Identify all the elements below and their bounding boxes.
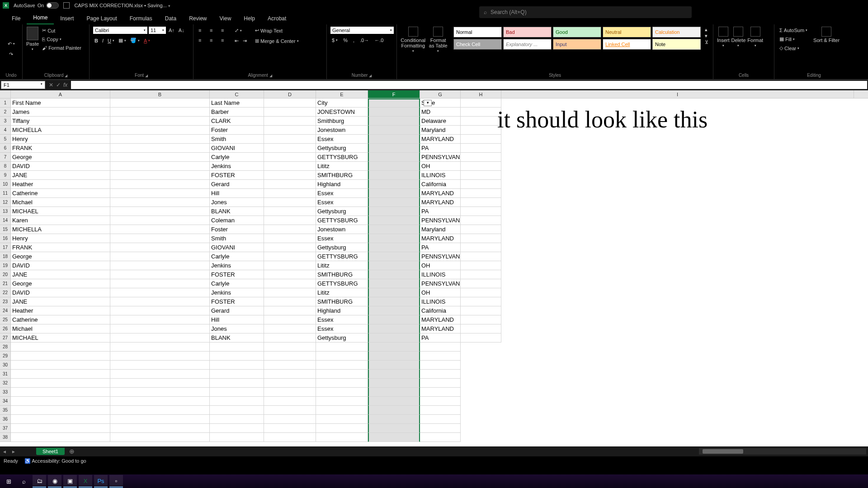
cell[interactable] <box>316 370 368 379</box>
cell[interactable]: PENNSYLVANIA <box>420 252 461 261</box>
cell[interactable] <box>461 352 501 361</box>
cell[interactable]: Gettysburg <box>316 207 368 216</box>
cell[interactable] <box>210 424 264 433</box>
delete-cells-button[interactable]: Delete▾ <box>731 27 746 47</box>
cell[interactable] <box>110 162 210 171</box>
align-bottom-button[interactable]: ≡ <box>220 27 230 34</box>
cell[interactable]: PENNSYLVANIA <box>420 216 461 225</box>
font-size-dropdown[interactable]: 11▾ <box>149 27 166 34</box>
cell[interactable] <box>264 117 316 126</box>
row-header[interactable]: 5 <box>0 135 11 144</box>
row-header[interactable]: 35 <box>0 406 11 415</box>
start-button[interactable]: ⊞ <box>2 475 15 488</box>
merge-center-button[interactable]: ⊞ Merge & Center ▾ <box>254 37 300 45</box>
cell[interactable]: JANE <box>11 270 110 279</box>
cell[interactable] <box>461 324 501 333</box>
cell[interactable] <box>110 108 210 117</box>
menu-tab-formulas[interactable]: Formulas <box>123 13 159 24</box>
taskbar-search-icon[interactable]: ⌕ <box>17 475 31 488</box>
row-header[interactable]: 1 <box>0 99 11 108</box>
cell[interactable]: Hill <box>210 189 264 198</box>
autosave-toggle[interactable]: AutoSave On <box>14 2 59 9</box>
cell[interactable] <box>420 343 461 352</box>
row-header[interactable]: 12 <box>0 198 11 207</box>
alignment-expand-icon[interactable]: ◢ <box>269 74 272 78</box>
cell[interactable]: DAVID <box>11 162 110 171</box>
cell[interactable] <box>110 270 210 279</box>
cell[interactable] <box>420 361 461 370</box>
cell[interactable] <box>368 162 420 171</box>
cell[interactable] <box>501 306 854 315</box>
cell[interactable]: Tiffany <box>11 117 110 126</box>
cell[interactable] <box>264 333 316 343</box>
cell[interactable] <box>368 126 420 135</box>
cell[interactable] <box>210 397 264 406</box>
cell[interactable]: DAVID <box>11 288 110 297</box>
align-left-button[interactable]: ≡ <box>197 37 207 44</box>
cell[interactable]: Essex <box>316 198 368 207</box>
cell[interactable]: George <box>11 252 110 261</box>
cell[interactable] <box>368 189 420 198</box>
cell[interactable]: Lititz <box>316 288 368 297</box>
cell[interactable] <box>316 406 368 415</box>
add-sheet-button[interactable]: ⊕ <box>69 448 75 455</box>
cell[interactable] <box>501 171 854 180</box>
cell[interactable]: Coleman <box>210 216 264 225</box>
insert-cells-button[interactable]: Insert▾ <box>717 27 730 47</box>
cell[interactable] <box>461 424 501 433</box>
cell[interactable] <box>368 243 420 252</box>
cell[interactable]: Last Name <box>210 99 264 108</box>
menu-tab-help[interactable]: Help <box>237 13 261 24</box>
cell[interactable] <box>110 252 210 261</box>
cell-style-good[interactable]: Good <box>553 27 601 38</box>
cell[interactable] <box>110 406 210 415</box>
conditional-formatting-button[interactable]: Conditional Formatting▾ <box>401 27 425 53</box>
cell-style-neutral[interactable]: Neutral <box>603 27 651 38</box>
cell[interactable] <box>368 352 420 361</box>
row-header[interactable]: 7 <box>0 153 11 162</box>
cell[interactable] <box>110 288 210 297</box>
cell[interactable]: Gettysburg <box>316 333 368 343</box>
cell[interactable] <box>264 315 316 324</box>
cell[interactable] <box>368 135 420 144</box>
cell-style-normal[interactable]: Normal <box>453 27 502 38</box>
cell[interactable]: Michael <box>11 198 110 207</box>
cell[interactable] <box>110 370 210 379</box>
cell[interactable]: OH <box>420 288 461 297</box>
cell[interactable] <box>501 234 854 243</box>
cell[interactable]: JANE <box>11 297 110 306</box>
cell[interactable] <box>11 415 110 424</box>
row-header[interactable]: 2 <box>0 108 11 117</box>
cell[interactable] <box>110 171 210 180</box>
row-header[interactable]: 10 <box>0 180 11 189</box>
row-header[interactable]: 37 <box>0 424 11 433</box>
cell[interactable]: MARYLAND <box>420 234 461 243</box>
fill-color-button[interactable]: 🪣▾ <box>129 37 141 44</box>
cell[interactable] <box>368 333 420 343</box>
cell[interactable] <box>461 252 501 261</box>
cell[interactable] <box>264 108 316 117</box>
cell[interactable] <box>264 261 316 270</box>
font-name-dropdown[interactable]: Calibri▾ <box>93 27 147 34</box>
cell-style-linked-cell[interactable]: Linked Cell <box>603 39 651 50</box>
cell-style-input[interactable]: Input <box>553 39 601 50</box>
accept-formula-icon[interactable]: ✓ <box>56 82 61 88</box>
cell[interactable] <box>11 406 110 415</box>
cell[interactable] <box>461 370 501 379</box>
cell[interactable] <box>264 352 316 361</box>
cell[interactable] <box>368 397 420 406</box>
cell[interactable]: PENNSYLVANIA <box>420 279 461 288</box>
cell[interactable] <box>110 117 210 126</box>
cell[interactable]: PA <box>420 243 461 252</box>
cell[interactable] <box>501 135 854 144</box>
copy-button[interactable]: ⎘ Copy ▾ <box>41 36 83 43</box>
cell[interactable] <box>11 370 110 379</box>
cell[interactable] <box>210 379 264 388</box>
cell[interactable]: MICHAEL <box>11 207 110 216</box>
cell[interactable] <box>461 243 501 252</box>
clear-button[interactable]: ◇ Clear ▾ <box>778 44 809 52</box>
cell[interactable] <box>368 171 420 180</box>
cell[interactable] <box>264 234 316 243</box>
cell[interactable]: Karen <box>11 216 110 225</box>
cell[interactable] <box>501 270 854 279</box>
